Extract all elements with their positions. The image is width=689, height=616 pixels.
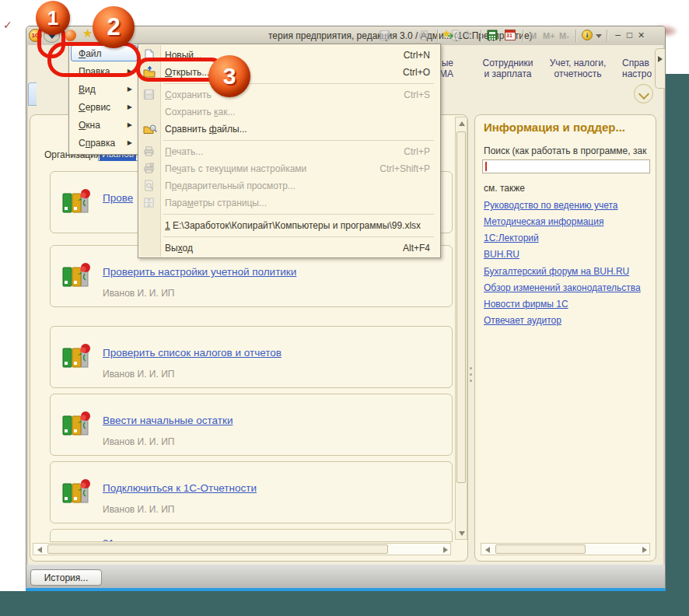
task-link[interactable]: Ввести начальные остатки — [103, 415, 233, 426]
info-link-methodical[interactable]: Методическая информация — [484, 216, 603, 227]
label-key: ф — [209, 124, 217, 135]
info-link-forum[interactable]: Бухгалтерский форум на BUH.RU — [484, 266, 629, 277]
tab-employees-salary[interactable]: Сотрудники и зарплата — [469, 58, 547, 79]
label-key: м — [187, 198, 194, 208]
label-part: едварительный просмотр... — [177, 180, 296, 191]
file-menu-preview[interactable]: Предварительный просмотр... — [138, 177, 440, 194]
scroll-left-icon[interactable] — [485, 547, 490, 553]
minimize-button[interactable]: – — [612, 29, 624, 41]
scroll-left-icon[interactable] — [37, 547, 42, 553]
file-menu-print[interactable]: Печать... Ctrl+P — [138, 143, 440, 160]
label-part: айлы... — [217, 124, 247, 135]
file-menu-save-as[interactable]: Сохранить как... — [138, 103, 440, 121]
file-menu-print-current[interactable]: Печать с текущими настройками Ctrl+Shift… — [138, 160, 440, 177]
annotation-badge-3: 3 — [208, 55, 250, 97]
scroll-up-icon[interactable] — [459, 121, 465, 126]
info-horizontal-scrollbar[interactable] — [481, 543, 650, 555]
label-part: ид — [85, 84, 96, 95]
tab-accounting-taxes[interactable]: Учет, налоги, отчетность — [540, 58, 615, 79]
menu-item-service[interactable]: Сервис ▶ — [69, 98, 139, 116]
service-button[interactable] — [65, 30, 76, 41]
label-key: С — [165, 89, 172, 100]
desktop-background-bottom — [0, 591, 689, 616]
page-setup-icon — [143, 197, 157, 209]
info-link-law-review[interactable]: Обзор изменений законодательства — [484, 282, 641, 293]
label-part: ак... — [218, 107, 235, 117]
task-folders-icon — [61, 187, 93, 217]
info-link-buhru[interactable]: BUH.RU — [484, 249, 519, 260]
task-link[interactable]: 31 — [103, 537, 114, 542]
chevron-down-icon — [638, 89, 649, 100]
file-menu-save[interactable]: Сохранить Ctrl+S — [138, 86, 440, 103]
annotation-badge-1: 1 — [36, 1, 70, 35]
shortcut-label: Ctrl+Shift+P — [358, 163, 430, 174]
info-link-auditor[interactable]: Отвечает аудитор — [484, 315, 561, 326]
menu-item-help[interactable]: Справка ▶ — [69, 134, 139, 152]
task-link[interactable]: Подключиться к 1С-Отчетности — [103, 482, 257, 494]
info-link-guide[interactable]: Руководство по ведению учета — [484, 200, 618, 211]
maximize-button[interactable]: □ — [624, 29, 635, 41]
menu-separator — [138, 212, 440, 217]
toolbar-separator — [481, 30, 481, 42]
task-folders-icon — [61, 261, 93, 291]
shortcut-label: Ctrl+S — [382, 89, 430, 100]
file-menu-recent-file[interactable]: 1 Е:\Заработок\Копирайт\Компьютеры и про… — [138, 217, 440, 234]
label-key: 1 — [165, 220, 170, 231]
info-link-lectures[interactable]: 1С:Лекторий — [484, 233, 539, 243]
toolbar-separator — [523, 30, 523, 42]
shortcut-label: Alt+F4 — [381, 243, 430, 254]
label-part: равка — [90, 138, 115, 149]
file-menu-page-setup[interactable]: Параметры страницы... — [138, 194, 440, 212]
favorites-list-star-icon[interactable]: ★ — [463, 27, 473, 40]
info-button[interactable]: i — [582, 30, 593, 40]
tabs-more-button[interactable] — [634, 84, 653, 103]
file-menu-compare[interactable]: Сравнить файлы... — [138, 121, 440, 138]
horizontal-scrollbar[interactable] — [33, 543, 451, 555]
calculator-icon[interactable] — [487, 30, 498, 44]
info-dropdown-icon[interactable] — [596, 34, 602, 38]
task-subtitle: Иванов И. И. ИП — [103, 436, 174, 447]
info-link-news[interactable]: Новости фирмы 1С — [484, 299, 568, 310]
print-settings-icon — [143, 163, 157, 175]
search-label: Поиск (как работать в программе, зак — [484, 145, 650, 156]
task-link[interactable]: Проверить список налогов и отчетов — [103, 347, 282, 359]
label-part: Вы — [165, 243, 178, 254]
shortcut-label: Ctrl+N — [382, 50, 430, 61]
task-link[interactable]: Проверить настройки учетной политики — [103, 266, 296, 278]
submenu-arrow-icon: ▶ — [128, 86, 132, 93]
print-toolbar-icon[interactable] — [418, 30, 430, 44]
memory-minus-button[interactable]: M- — [559, 31, 569, 40]
label-key: О — [79, 120, 86, 131]
search-input[interactable] — [482, 159, 650, 173]
close-button[interactable]: × — [635, 29, 647, 41]
vertical-scrollbar[interactable] — [455, 117, 467, 540]
shortcut-label: Ctrl+O — [381, 67, 430, 78]
menu-item-windows[interactable]: Окна ▶ — [69, 116, 139, 134]
panel-expander[interactable] — [655, 48, 665, 89]
label-part: ать с текущими настройками — [181, 163, 306, 174]
calendar-day: 31 — [506, 33, 512, 38]
submenu-arrow-icon: ▶ — [128, 139, 132, 146]
desktop-tab-sliver[interactable] — [28, 82, 37, 106]
save-toolbar-icon[interactable] — [379, 30, 390, 44]
memory-plus-button[interactable]: M+ — [543, 31, 555, 40]
calendar-icon[interactable]: 31 — [505, 30, 516, 40]
menu-item-view[interactable]: Вид ▶ — [69, 80, 139, 98]
scroll-down-icon[interactable] — [459, 531, 465, 536]
info-horizontal-scroll-thumb[interactable] — [495, 544, 586, 554]
task-link[interactable]: Прове — [103, 192, 133, 204]
add-favorite-star-icon[interactable]: ★ — [442, 27, 452, 40]
memory-recall-button[interactable]: M — [530, 31, 537, 40]
scroll-right-icon[interactable] — [642, 547, 647, 553]
crop-artifact-check: ✓ — [3, 19, 19, 31]
file-menu-exit[interactable]: Выход Alt+F4 — [138, 240, 440, 257]
see-also-label: см. также — [484, 183, 525, 194]
history-button[interactable]: История... — [30, 569, 102, 586]
horizontal-scroll-thumb[interactable] — [47, 544, 388, 554]
favorites-star-icon[interactable]: ★ — [82, 26, 93, 40]
status-bar — [26, 565, 665, 588]
arrow-right-icon — [658, 56, 663, 62]
scroll-right-icon[interactable] — [443, 547, 448, 553]
label-key: П — [165, 146, 172, 157]
vertical-scroll-thumb[interactable] — [456, 131, 466, 483]
